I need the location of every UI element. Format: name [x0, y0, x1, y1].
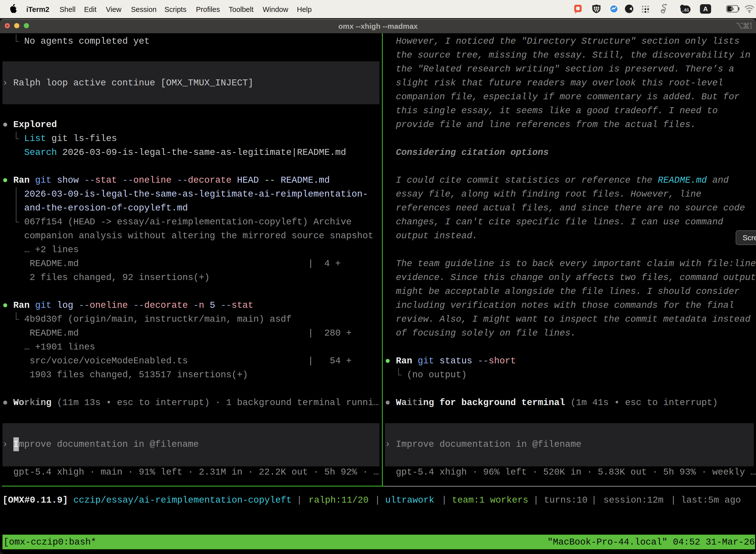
svg-text:..61: ..61 — [682, 8, 689, 12]
